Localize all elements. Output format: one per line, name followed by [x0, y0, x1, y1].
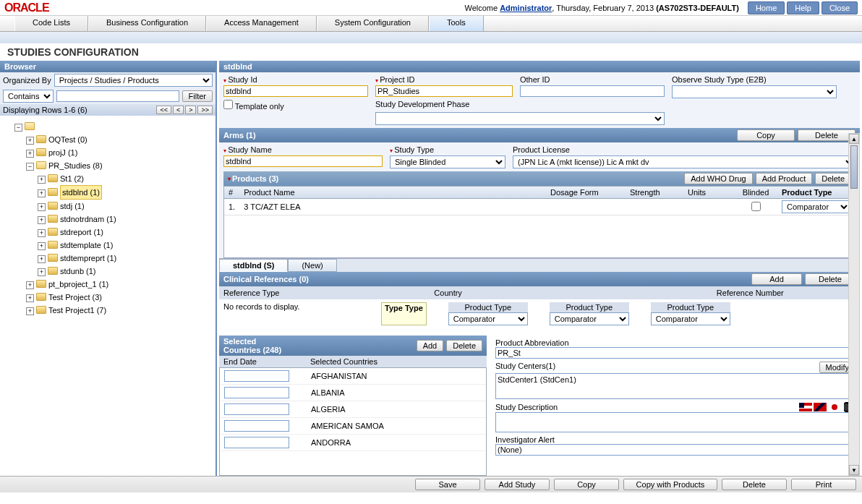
- country-row[interactable]: ALBANIA: [220, 385, 486, 401]
- print-button[interactable]: Print: [791, 479, 856, 490]
- tree-expander[interactable]: +: [38, 255, 46, 263]
- study-name-input[interactable]: [223, 155, 383, 167]
- menu-business-configuration[interactable]: Business Configuration: [88, 16, 206, 31]
- tree-expander[interactable]: +: [26, 281, 34, 289]
- tree-node[interactable]: OQTest (0): [48, 133, 88, 146]
- tree-expander[interactable]: +: [26, 294, 34, 302]
- arms-copy-button[interactable]: Copy: [737, 129, 795, 141]
- product-type-dd[interactable]: Comparator: [448, 312, 528, 325]
- page-last-button[interactable]: >>: [197, 106, 213, 114]
- tree-expander[interactable]: +: [38, 229, 46, 237]
- menu-access-management[interactable]: Access Management: [206, 16, 317, 31]
- observe-select[interactable]: [672, 85, 837, 98]
- end-date-input[interactable]: [224, 370, 289, 382]
- menu-system-configuration[interactable]: System Configuration: [317, 16, 429, 31]
- tree-node-selected[interactable]: stdblnd (1): [60, 185, 102, 200]
- countries-list[interactable]: AFGHANISTAN ALBANIA ALGERIA AMERICAN SAM…: [219, 367, 487, 476]
- tab-stdblnd[interactable]: stdblnd (S): [219, 259, 288, 272]
- centers-list[interactable]: StdCenter1 (StdCen1): [495, 373, 855, 399]
- tree-expander[interactable]: +: [26, 137, 34, 145]
- delete-button[interactable]: Delete: [722, 479, 787, 490]
- flag-uk-icon[interactable]: [814, 403, 827, 411]
- product-type-dd[interactable]: Comparator: [550, 312, 629, 325]
- tree-expander[interactable]: +: [38, 268, 46, 276]
- copy-button[interactable]: Copy: [554, 479, 619, 490]
- tree-expander[interactable]: −: [14, 124, 22, 132]
- end-date-input[interactable]: [224, 387, 289, 398]
- vertical-scrollbar[interactable]: ▲ ▼: [848, 133, 860, 476]
- desc-textarea[interactable]: [496, 413, 855, 432]
- tree-expander[interactable]: +: [38, 176, 46, 184]
- product-type-dd[interactable]: Comparator: [651, 312, 730, 325]
- tree-node[interactable]: St1 (2): [60, 172, 84, 185]
- end-date-input[interactable]: [224, 437, 289, 448]
- page-prev-button[interactable]: <: [173, 106, 184, 114]
- add-who-drug-button[interactable]: Add WHO Drug: [684, 173, 752, 184]
- help-button[interactable]: Help: [787, 1, 819, 14]
- tree-node[interactable]: projJ (1): [48, 146, 77, 159]
- study-type-select[interactable]: Single Blinded: [390, 155, 505, 168]
- tree-expander[interactable]: +: [38, 242, 46, 250]
- tree-expander[interactable]: +: [26, 150, 34, 158]
- product-delete-button[interactable]: Delete: [815, 173, 851, 184]
- tree-expander[interactable]: +: [26, 307, 34, 315]
- tree-node[interactable]: stdtempreprt (1): [60, 252, 116, 265]
- scroll-thumb[interactable]: [850, 145, 858, 189]
- country-add-button[interactable]: Add: [417, 340, 444, 351]
- blinded-checkbox[interactable]: [751, 202, 761, 211]
- flag-jp-icon[interactable]: [828, 403, 841, 411]
- country-row[interactable]: AMERICAN SAMOA: [220, 418, 486, 435]
- tree-node[interactable]: pt_bproject_1 (1): [48, 278, 108, 291]
- product-row[interactable]: 1. 3 TC/AZT ELEA Comparator: [224, 199, 855, 215]
- tree-expander[interactable]: +: [38, 203, 46, 211]
- clinref-add-button[interactable]: Add: [751, 273, 802, 285]
- alert-input[interactable]: [495, 444, 855, 456]
- tree-node[interactable]: stdunb (1): [60, 265, 96, 278]
- filter-button[interactable]: Filter: [182, 90, 213, 102]
- tree-expander[interactable]: +: [38, 216, 46, 224]
- country-row[interactable]: ANDORRA: [220, 435, 486, 451]
- end-date-input[interactable]: [224, 403, 289, 415]
- add-study-button[interactable]: Add Study: [485, 479, 550, 490]
- country-row[interactable]: ALGERIA: [220, 401, 486, 418]
- filter-input[interactable]: [56, 90, 179, 102]
- filter-mode-select[interactable]: Contains: [3, 90, 54, 103]
- product-type-select[interactable]: Comparator: [782, 200, 850, 213]
- project-tree[interactable]: − +OQTest (0) +projJ (1) −PR_Studies (8)…: [0, 116, 216, 463]
- copy-with-products-button[interactable]: Copy with Products: [623, 479, 717, 490]
- tab-new[interactable]: (New): [288, 259, 336, 272]
- license-select[interactable]: (JPN Lic A (mkt license)) Lic A mkt dv: [513, 155, 855, 168]
- tree-node[interactable]: stdj (1): [60, 200, 85, 213]
- study-id-input[interactable]: [223, 85, 368, 97]
- tree-expander[interactable]: +: [38, 189, 46, 197]
- country-row[interactable]: AFGHANISTAN: [220, 368, 486, 385]
- end-date-input[interactable]: [224, 420, 289, 432]
- tree-expander[interactable]: −: [26, 163, 34, 171]
- tree-node[interactable]: Test Project1 (7): [48, 304, 106, 317]
- add-product-button[interactable]: Add Product: [756, 173, 813, 184]
- flag-us-icon[interactable]: [799, 403, 812, 411]
- user-link[interactable]: Administrator: [500, 4, 552, 12]
- abbrev-input[interactable]: [495, 347, 855, 359]
- arms-delete-button[interactable]: Delete: [798, 129, 855, 141]
- country-delete-button[interactable]: Delete: [446, 340, 482, 351]
- menu-tools[interactable]: Tools: [429, 16, 484, 31]
- phase-select[interactable]: [375, 112, 665, 125]
- project-id-input[interactable]: [375, 85, 513, 97]
- other-id-input[interactable]: [520, 85, 665, 97]
- organized-by-select[interactable]: Projects / Studies / Products: [54, 74, 213, 87]
- menu-code-lists[interactable]: Code Lists: [14, 16, 88, 31]
- close-button[interactable]: Close: [822, 1, 858, 14]
- tree-node[interactable]: PR_Studies (8): [48, 159, 103, 172]
- scroll-up-icon[interactable]: ▲: [849, 134, 859, 144]
- page-first-button[interactable]: <<: [156, 106, 171, 114]
- save-button[interactable]: Save: [415, 479, 480, 490]
- template-only-checkbox[interactable]: [223, 100, 233, 109]
- scroll-down-icon[interactable]: ▼: [849, 465, 859, 475]
- tree-node[interactable]: stdreport (1): [60, 226, 103, 239]
- page-next-button[interactable]: >: [185, 106, 196, 114]
- tree-node[interactable]: stdtemplate (1): [60, 239, 113, 252]
- home-button[interactable]: Home: [748, 1, 785, 14]
- tree-node[interactable]: stdnotrdnam (1): [60, 213, 116, 226]
- tree-node[interactable]: Test Project (3): [48, 291, 102, 304]
